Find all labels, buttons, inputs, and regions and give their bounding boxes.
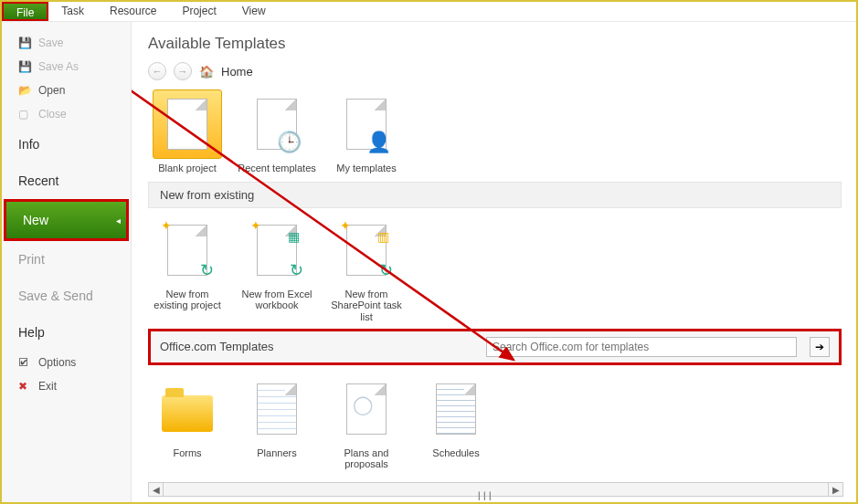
side-save-as[interactable]: 💾Save As — [2, 55, 131, 79]
office-label: Office.com Templates — [160, 340, 274, 353]
side-save-send[interactable]: Save & Send — [2, 278, 131, 314]
close-file-icon: ▢ — [18, 108, 31, 121]
side-options[interactable]: 🗹Options — [2, 351, 131, 374]
side-exit[interactable]: ✖Exit — [2, 374, 131, 398]
menu-resource[interactable]: Resource — [97, 2, 169, 21]
save-icon: 💾 — [18, 37, 31, 49]
folder-open-icon: 📂 — [18, 84, 31, 97]
scroll-grip[interactable]: ┃┃┃ — [462, 490, 508, 501]
scroll-left-button[interactable]: ◀ — [149, 483, 164, 496]
excel-refresh-icon: ✦▦↻ — [257, 225, 297, 276]
proposal-icon: ◯ — [346, 383, 387, 435]
horizontal-scrollbar[interactable]: ◀ ┃┃┃ ▶ — [148, 482, 843, 497]
backstage-sidebar: 💾Save 💾Save As 📂Open ▢Close Info Recent … — [2, 22, 132, 502]
tile-schedules[interactable]: Schedules — [417, 374, 495, 470]
search-input[interactable] — [486, 337, 797, 357]
side-save[interactable]: 💾Save — [2, 31, 131, 55]
crumb-home[interactable]: Home — [221, 65, 253, 79]
tile-forms[interactable]: Forms — [148, 374, 227, 470]
save-as-icon: 💾 — [18, 60, 31, 73]
page-title: Available Templates — [148, 35, 842, 53]
breadcrumb: ← → 🏠 Home — [148, 62, 842, 80]
nav-forward-button[interactable]: → — [174, 62, 192, 80]
templates-row-3: Forms Planners ◯ Plans and proposals Sch… — [148, 374, 842, 470]
section-new-from-existing: New from existing — [148, 182, 842, 208]
nav-back-button[interactable]: ← — [148, 62, 166, 80]
tile-recent-templates[interactable]: 🕒 Recent templates — [238, 89, 316, 174]
scroll-right-button[interactable]: ▶ — [828, 483, 842, 496]
tile-new-from-existing[interactable]: ✦↻ New from existing project — [148, 215, 227, 323]
tile-my-templates[interactable]: 👤 My templates — [327, 89, 406, 174]
side-new[interactable]: New — [4, 199, 129, 241]
side-open[interactable]: 📂Open — [2, 79, 131, 102]
document-clock-icon: 🕒 — [257, 99, 297, 150]
tile-new-from-sharepoint[interactable]: ✦▥↻ New from SharePoint task list — [327, 215, 406, 323]
schedule-icon — [436, 383, 476, 435]
sharepoint-refresh-icon: ✦▥↻ — [346, 225, 387, 276]
side-close[interactable]: ▢Close — [2, 102, 131, 126]
tile-plans-proposals[interactable]: ◯ Plans and proposals — [327, 374, 406, 470]
menu-file[interactable]: File — [2, 2, 48, 21]
folder-icon — [162, 395, 213, 432]
templates-row-2: ✦↻ New from existing project ✦▦↻ New fro… — [148, 215, 842, 323]
tile-planners[interactable]: Planners — [238, 374, 316, 470]
tile-blank-project[interactable]: Blank project — [148, 89, 227, 174]
side-recent[interactable]: Recent — [2, 163, 131, 199]
document-icon — [167, 99, 207, 150]
project-refresh-icon: ✦↻ — [167, 225, 207, 276]
menu-project[interactable]: Project — [169, 2, 228, 21]
office-templates-bar: Office.com Templates ➔ — [148, 329, 842, 365]
exit-icon: ✖ — [18, 380, 31, 393]
home-icon[interactable]: 🏠 — [199, 65, 214, 79]
tile-new-from-excel[interactable]: ✦▦↻ New from Excel workbook — [238, 215, 316, 323]
planner-icon — [257, 383, 297, 435]
side-help[interactable]: Help — [2, 314, 131, 351]
menu-task[interactable]: Task — [48, 2, 97, 21]
side-info[interactable]: Info — [2, 126, 131, 163]
side-print[interactable]: Print — [2, 241, 131, 278]
templates-row-1: Blank project 🕒 Recent templates 👤 My te… — [148, 89, 842, 174]
main-panel: Available Templates ← → 🏠 Home Blank pro… — [132, 22, 856, 502]
menu-view[interactable]: View — [229, 2, 279, 21]
menu-bar: File Task Resource Project View — [2, 2, 856, 22]
search-go-button[interactable]: ➔ — [810, 337, 830, 357]
document-person-icon: 👤 — [346, 99, 387, 150]
options-icon: 🗹 — [18, 356, 31, 369]
